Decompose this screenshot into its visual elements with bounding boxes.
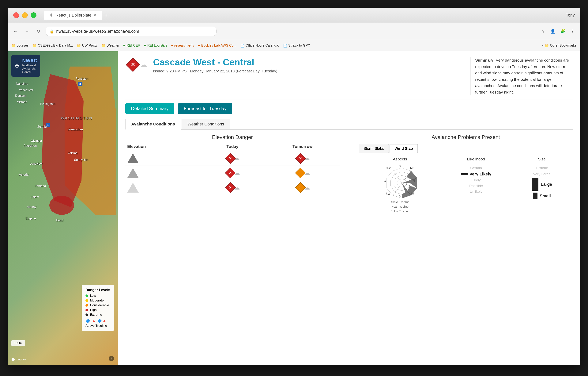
tab-avalanche-conditions[interactable]: Avalanche Conditions (125, 119, 181, 130)
forward-button[interactable]: → (23, 27, 31, 35)
summary-label: Summary: (475, 58, 495, 62)
compass-southeast: SE (410, 192, 414, 196)
titlebar: ⚛ React.js Boilerplate ✕ + Tony (8, 8, 580, 23)
legend-high: High (85, 308, 110, 312)
city-aberdeen: Aberdeen (23, 144, 37, 147)
legend-dot-low (85, 294, 88, 297)
bookmark-rei-logistics[interactable]: ■ REI Logistics (144, 44, 167, 47)
legend-above-treeline: Above Treeline (85, 324, 110, 328)
size-title: Size (511, 157, 573, 161)
detailed-summary-button[interactable]: Detailed Summary (125, 103, 174, 114)
legend-icons: 🔷 🔺 🔷🔺 (85, 319, 110, 323)
zone-high-main (42, 74, 84, 207)
likelihood-column: Likelihood Certain Very Likely Likely Po… (445, 157, 507, 213)
zone-high-south (49, 196, 74, 215)
legend-dot-considerable (85, 304, 88, 307)
size-very-large: Very Large (533, 172, 551, 176)
danger-badge-high-today-treeline: ✕ ☁ (225, 168, 240, 178)
elevation-row-treeline: ✕ ☁ !! ☁ (125, 166, 340, 180)
bookmark-weather[interactable]: 📁 Weather (101, 44, 119, 48)
col-header-tomorrow: Tomorrow (267, 144, 337, 149)
red-diamond-below-today: ✕ (225, 182, 236, 193)
elev-treeline-label (127, 168, 197, 178)
menu-icon[interactable]: ⋮ (568, 27, 577, 35)
back-button[interactable]: ← (11, 27, 20, 35)
bookmark-cse[interactable]: 📁 CSE599c:Big Data M... (32, 44, 73, 48)
danger-diamond-container: ✕ (125, 57, 141, 72)
map-info-button[interactable]: i (109, 356, 114, 361)
address-bar[interactable]: 🔒 nwac.s3-website-us-west-2.amazonaws.co… (46, 27, 217, 36)
triangle-above-treeline (127, 153, 139, 163)
maximize-button[interactable] (31, 12, 36, 18)
diamond-x-2: ✕ (299, 156, 302, 160)
diamond-exclaim: !! (299, 171, 302, 175)
bookmark-courses[interactable]: 📁 courses (11, 44, 29, 48)
close-button[interactable] (13, 12, 19, 18)
tab-title: React.js Boilerplate (55, 13, 92, 18)
diamond-x-3: ✕ (229, 171, 232, 175)
tab-weather-conditions[interactable]: Weather Conditions (182, 119, 230, 129)
nwac-name2: Avalanche (22, 67, 37, 70)
orange-diamond-below-tomorrow: !! (295, 182, 306, 193)
danger-x-mark: ✕ (131, 62, 135, 68)
city-eugene: Eugene (25, 217, 36, 220)
tab-close-button[interactable]: ✕ (94, 13, 96, 17)
summary-text: Very dangerous avalanche conditions are … (475, 58, 569, 94)
bookmark-uwproxy[interactable]: 📁 UW Proxy (77, 44, 97, 48)
city-wenatchee: Wenatchee (68, 128, 83, 131)
bookmark-strava[interactable]: 📄 Strava to GPX (283, 44, 310, 48)
main-area: ❄ NWAC Northwest Avalanche Center 3 1 Na… (8, 51, 580, 365)
new-tab-button[interactable]: + (103, 12, 110, 19)
tomorrow-treeline-danger: !! ☁ (267, 168, 337, 178)
state-label-wa: WASHINGTON (61, 116, 93, 120)
col-header-elevation: Elevation (127, 144, 197, 149)
storm-slabs-tab[interactable]: Storm Slabs (359, 144, 389, 153)
bookmark-buckley[interactable]: ● Buckley Lab AWS Co... (198, 44, 236, 47)
compass-rose: N NE E SE S SW W NW (383, 164, 417, 198)
tomorrow-above-danger: ✕ ☁ (267, 153, 337, 164)
region-title: Cascade West - Central (153, 57, 464, 67)
summary-box: Summary: Very dangerous avalanche condit… (470, 57, 573, 95)
nwac-logo[interactable]: ❄ NWAC Northwest Avalanche Center (11, 55, 40, 77)
size-bar-small (533, 193, 537, 199)
legend-near: Near Treeline (359, 204, 441, 209)
danger-badge-high-today-below: ✕ ☁ (225, 182, 240, 193)
refresh-button[interactable]: ↻ (34, 27, 42, 35)
star-icon[interactable]: ☆ (539, 27, 547, 35)
lh-possible: Possible (469, 184, 483, 188)
title-area: Cascade West - Central Issued: 9:20 PM P… (153, 57, 464, 73)
elevation-row-above: ✕ ☁ ✕ ☁ (125, 151, 340, 166)
legend-title: Danger Levels (85, 288, 110, 292)
city-bend: Bend (56, 219, 63, 222)
bookmark-office-hours[interactable]: 📄 Office Hours Calenda: (240, 44, 279, 48)
today-above-danger: ✕ ☁ (197, 153, 267, 164)
city-longview: Longview (30, 162, 42, 165)
legend-dot-high (85, 309, 88, 311)
forecast-tuesday-button[interactable]: Forecast for Tuesday (178, 103, 232, 114)
size-historic: Historic (536, 166, 548, 170)
extension-icon[interactable]: 🧩 (558, 27, 567, 35)
legend-label-moderate: Moderate (90, 299, 104, 302)
bookmark-research-env[interactable]: ● research-env (171, 44, 194, 47)
city-bellingham: Bellingham (40, 102, 55, 106)
size-large-row: Large (532, 178, 552, 191)
bookmark-rei-cer[interactable]: ■ REI CER (123, 44, 140, 47)
size-bar-large (532, 178, 538, 191)
elev-below-label (127, 183, 197, 193)
legend-considerable: Considerable (85, 303, 110, 307)
likelihood-scale: Certain Very Likely Likely Possible Unli… (445, 164, 507, 194)
compass-container: N NE E SE S SW W NW (359, 164, 441, 198)
lh-certain: Certain (470, 166, 482, 170)
legend-low: Low (85, 294, 110, 298)
triangle-below-treeline (127, 183, 139, 193)
bookmark-other[interactable]: » 📁 Other Bookmarks (542, 44, 577, 48)
elevation-danger-title: Elevation Danger (125, 134, 340, 140)
active-tab[interactable]: ⚛ React.js Boilerplate ✕ (44, 11, 102, 20)
problem-tabs: Storm Slabs Wind Slab (359, 144, 573, 153)
wind-slab-tab[interactable]: Wind Slab (389, 144, 418, 153)
profile-icon[interactable]: 👤 (548, 27, 557, 35)
user-label: Tony (566, 13, 575, 18)
avalanche-problems-section: Avalanche Problems Present Storm Slabs W… (359, 134, 573, 213)
map-overlay: ❄ NWAC Northwest Avalanche Center 3 1 Na… (8, 51, 118, 365)
minimize-button[interactable] (22, 12, 28, 18)
